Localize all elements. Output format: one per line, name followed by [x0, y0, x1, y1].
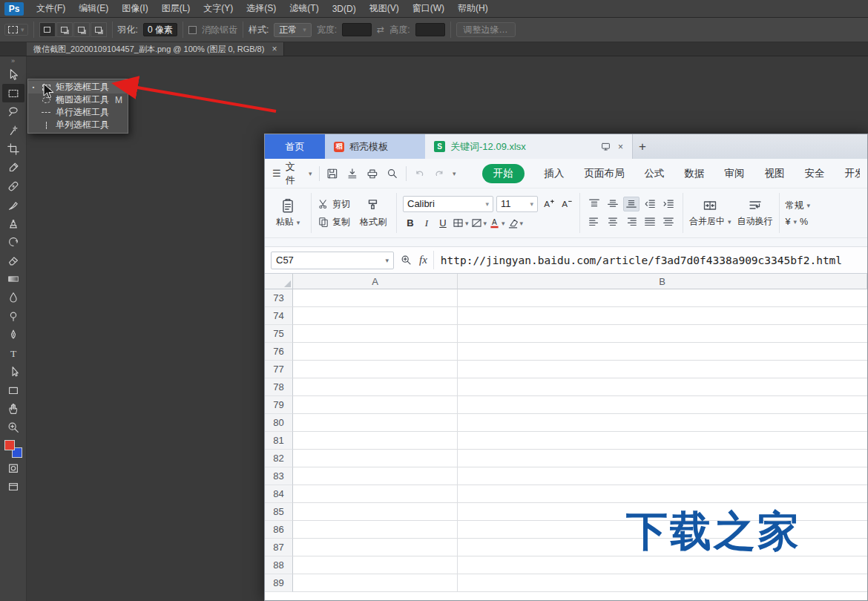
increase-font-button[interactable]: A: [541, 197, 556, 211]
font-size-select[interactable]: 11▾: [496, 196, 538, 212]
row-header[interactable]: 84: [265, 485, 293, 503]
cell[interactable]: [458, 414, 867, 432]
tab-docer[interactable]: 稻 稻壳模板: [325, 134, 425, 159]
cell[interactable]: [293, 539, 458, 556]
cut-button[interactable]: 剪切: [318, 198, 350, 211]
percent-button[interactable]: %: [800, 217, 808, 227]
lasso-tool[interactable]: [2, 102, 24, 121]
merge-center-button[interactable]: 合并居中▾: [689, 191, 731, 234]
shape-tool[interactable]: [2, 381, 24, 399]
feather-input[interactable]: 0 像素: [143, 23, 177, 36]
redo-icon[interactable]: [433, 167, 446, 180]
collapse-panel-icon[interactable]: »: [0, 57, 26, 65]
path-selection-tool[interactable]: [2, 362, 24, 381]
flyout-item-ellipse-marquee[interactable]: 椭圆选框工具 M: [28, 93, 128, 106]
tool-preset-picker[interactable]: ▾: [4, 24, 28, 36]
new-tab-button[interactable]: +: [633, 134, 652, 159]
row-header[interactable]: 89: [265, 574, 293, 592]
row-header[interactable]: 85: [265, 503, 293, 521]
cell[interactable]: [293, 574, 458, 592]
cell[interactable]: [458, 343, 867, 361]
document-tab[interactable]: 微信截图_20200109104457_副本.png @ 100% (图层 0,…: [27, 42, 284, 56]
height-input[interactable]: [415, 23, 445, 36]
menu-filter[interactable]: 滤镜(T): [283, 0, 325, 18]
row-header[interactable]: 80: [265, 414, 293, 432]
gradient-tool[interactable]: [2, 269, 24, 288]
menu-help[interactable]: 帮助(H): [451, 0, 495, 18]
zoom-tool[interactable]: [2, 418, 24, 436]
cell[interactable]: [458, 432, 867, 450]
paste-button[interactable]: 粘贴▾: [271, 191, 305, 234]
tab-start[interactable]: 开始: [482, 164, 525, 183]
magic-wand-tool[interactable]: [2, 121, 24, 139]
format-painter-button[interactable]: 格式刷: [356, 191, 390, 234]
row-header[interactable]: 76: [265, 343, 293, 361]
bold-button[interactable]: B: [403, 216, 418, 231]
cell[interactable]: [458, 289, 867, 307]
menu-3d[interactable]: 3D(D): [326, 0, 363, 18]
rectangular-marquee-tool[interactable]: [2, 84, 24, 102]
foreground-color-swatch[interactable]: [4, 440, 15, 450]
quick-mask-button[interactable]: [2, 459, 24, 477]
width-input[interactable]: [342, 23, 372, 36]
cell[interactable]: [293, 503, 458, 521]
menu-type[interactable]: 文字(Y): [197, 0, 240, 18]
cell[interactable]: [293, 396, 458, 414]
tab-view[interactable]: 视图: [765, 167, 785, 180]
pen-tool[interactable]: [2, 325, 24, 344]
row-header[interactable]: 83: [265, 467, 293, 485]
cell[interactable]: [458, 467, 867, 485]
currency-button[interactable]: ¥: [786, 217, 791, 227]
cell[interactable]: [458, 485, 867, 503]
cell[interactable]: [293, 307, 458, 325]
tab-developer[interactable]: 开发: [845, 167, 860, 180]
print-icon[interactable]: [366, 167, 379, 180]
italic-button[interactable]: I: [419, 216, 434, 231]
brush-tool[interactable]: [2, 195, 24, 214]
row-header[interactable]: 88: [265, 556, 293, 574]
row-header[interactable]: 82: [265, 450, 293, 467]
cell[interactable]: [293, 521, 458, 539]
align-left-button[interactable]: [586, 214, 602, 229]
blur-tool[interactable]: [2, 288, 24, 306]
close-tab-icon[interactable]: ×: [618, 142, 623, 152]
antialias-checkbox[interactable]: [188, 26, 197, 34]
menu-edit[interactable]: 编辑(E): [72, 0, 115, 18]
refine-edge-button[interactable]: 调整边缘…: [456, 22, 516, 37]
cell[interactable]: [293, 343, 458, 361]
cell[interactable]: [293, 485, 458, 503]
align-top-button[interactable]: [586, 197, 602, 211]
tab-review[interactable]: 审阅: [725, 167, 745, 180]
cell[interactable]: [293, 289, 458, 307]
save-icon[interactable]: [326, 167, 339, 180]
undo-icon[interactable]: [413, 167, 427, 180]
tab-security[interactable]: 安全: [805, 167, 825, 180]
intersect-selection-button[interactable]: [91, 22, 107, 37]
cell[interactable]: [293, 325, 458, 343]
crop-tool[interactable]: [2, 139, 24, 158]
distributed-button[interactable]: [660, 214, 677, 229]
formula-input[interactable]: http://jingyan.baidu.com/article/f3ad7d0…: [433, 251, 867, 269]
add-selection-button[interactable]: [56, 22, 73, 37]
history-brush-tool[interactable]: [2, 232, 24, 251]
row-header[interactable]: 87: [265, 539, 293, 556]
tab-spreadsheet[interactable]: S 关键词-12.09.xlsx ×: [425, 134, 633, 159]
clone-stamp-tool[interactable]: [2, 214, 24, 232]
align-middle-button[interactable]: [605, 197, 621, 211]
subtract-selection-button[interactable]: [73, 22, 90, 37]
row-header[interactable]: 77: [265, 361, 293, 378]
wrap-text-button[interactable]: 自动换行: [737, 191, 773, 234]
cell[interactable]: [293, 450, 458, 467]
tab-insert[interactable]: 插入: [545, 167, 565, 180]
row-header[interactable]: 79: [265, 396, 293, 414]
swap-dimensions-icon[interactable]: ⇄: [377, 24, 384, 35]
tab-home[interactable]: 首页: [265, 134, 325, 159]
menu-window[interactable]: 窗口(W): [406, 0, 451, 18]
cell[interactable]: [293, 556, 458, 574]
select-all-corner[interactable]: [265, 274, 293, 289]
menu-file[interactable]: 文件(F): [30, 0, 72, 18]
row-header[interactable]: 73: [265, 289, 293, 307]
color-swatches[interactable]: [4, 439, 23, 459]
align-center-button[interactable]: [605, 214, 621, 229]
cell[interactable]: [458, 378, 867, 396]
